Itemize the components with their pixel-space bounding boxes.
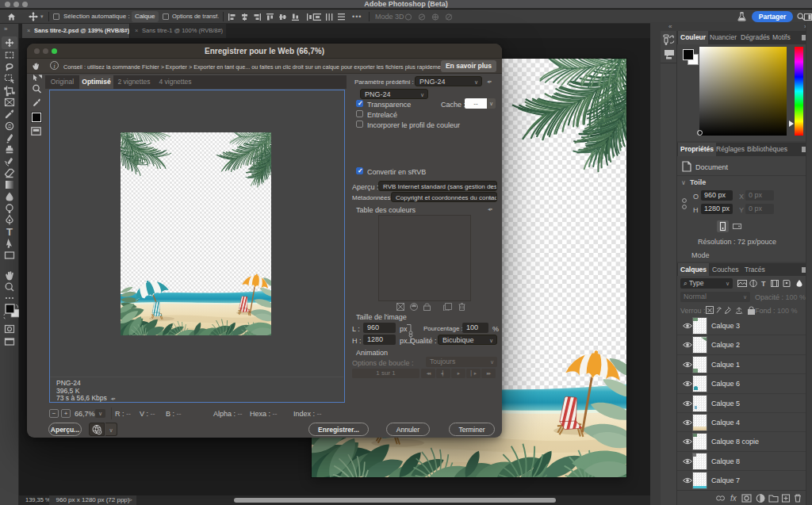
svg-text:T: T — [6, 226, 13, 238]
svg-text:T: T — [761, 280, 766, 288]
svg-text:fx: fx — [730, 494, 737, 503]
